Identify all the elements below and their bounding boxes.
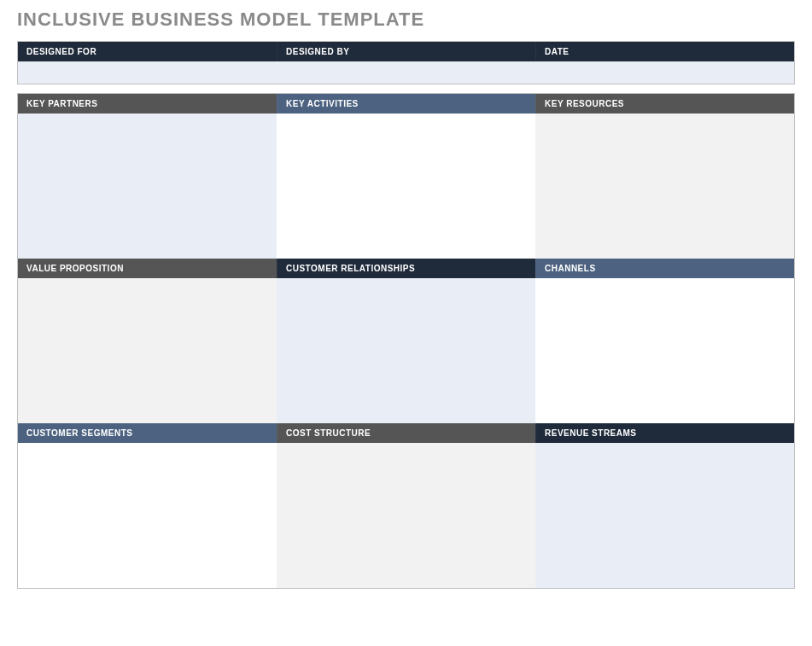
customer-segments-field[interactable] bbox=[18, 443, 277, 588]
canvas-section: KEY PARTNERS KEY ACTIVITIES KEY RESOURCE… bbox=[17, 93, 795, 589]
key-resources-field[interactable] bbox=[535, 113, 794, 259]
customer-relationships-header: CUSTOMER RELATIONSHIPS bbox=[277, 259, 535, 278]
channels-field[interactable] bbox=[535, 278, 794, 423]
key-resources-header: KEY RESOURCES bbox=[535, 94, 794, 113]
meta-section: DESIGNED FOR DESIGNED BY DATE bbox=[17, 41, 795, 84]
date-header: DATE bbox=[535, 42, 794, 61]
revenue-streams-header: REVENUE STREAMS bbox=[535, 423, 794, 443]
value-proposition-field[interactable] bbox=[18, 278, 277, 423]
cost-structure-header: COST STRUCTURE bbox=[277, 423, 535, 443]
key-activities-header: KEY ACTIVITIES bbox=[277, 94, 535, 113]
designed-by-header: DESIGNED BY bbox=[277, 42, 535, 61]
page-title: INCLUSIVE BUSINESS MODEL TEMPLATE bbox=[17, 9, 795, 31]
key-partners-field[interactable] bbox=[18, 113, 277, 259]
designed-for-header: DESIGNED FOR bbox=[18, 42, 277, 61]
designed-by-field[interactable] bbox=[277, 61, 535, 84]
date-field[interactable] bbox=[535, 61, 794, 84]
key-partners-header: KEY PARTNERS bbox=[18, 94, 277, 113]
channels-header: CHANNELS bbox=[535, 259, 794, 278]
revenue-streams-field[interactable] bbox=[535, 443, 794, 588]
key-activities-field[interactable] bbox=[277, 113, 535, 259]
designed-for-field[interactable] bbox=[18, 61, 277, 84]
customer-relationships-field[interactable] bbox=[277, 278, 535, 423]
cost-structure-field[interactable] bbox=[277, 443, 535, 588]
customer-segments-header: CUSTOMER SEGMENTS bbox=[18, 423, 277, 443]
value-proposition-header: VALUE PROPOSITION bbox=[18, 259, 277, 278]
